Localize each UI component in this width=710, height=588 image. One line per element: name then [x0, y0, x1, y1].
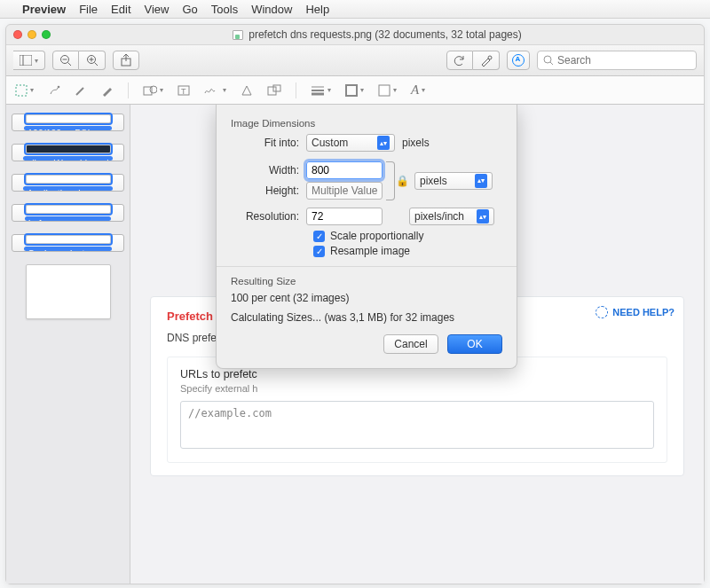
- draw-tool[interactable]: [75, 84, 87, 97]
- search-field[interactable]: [537, 51, 697, 70]
- zoom-out-button[interactable]: [52, 51, 79, 70]
- adjust-size-tool[interactable]: [267, 84, 281, 97]
- svg-text:T: T: [181, 87, 186, 96]
- link-bracket: [386, 161, 395, 200]
- fit-into-suffix: pixels: [402, 137, 430, 149]
- fit-into-label: Fit into:: [231, 137, 306, 149]
- svg-line-13: [550, 62, 553, 65]
- cancel-button[interactable]: Cancel: [383, 334, 438, 354]
- fill-color-tool[interactable]: ▾: [378, 84, 397, 97]
- thumbnail-item[interactable]: Applicati...oring.png: [12, 174, 124, 192]
- thumbnail-label: 100/100...- PSI.png: [24, 126, 111, 131]
- menu-help[interactable]: Help: [305, 3, 329, 16]
- thumbnail-sidebar[interactable]: 100/100...- PSI.png all my W...ashboard …: [6, 105, 130, 584]
- thumbnail-image: [26, 264, 111, 319]
- toolbar-separator: [128, 82, 129, 98]
- zoom-in-button[interactable]: [79, 51, 106, 70]
- thumbnail-item[interactable]: 100/100...- PSI.png: [12, 114, 124, 131]
- menu-file[interactable]: File: [79, 3, 98, 16]
- system-menubar: Preview File Edit View Go Tools Window H…: [0, 0, 710, 19]
- thumbnail-item[interactable]: all my W...ashboard: [12, 144, 124, 161]
- svg-rect-14: [16, 85, 27, 96]
- view-mode-group: ▾: [13, 51, 45, 70]
- thumbnail-item[interactable]: [12, 264, 124, 319]
- sidebar-toggle-button[interactable]: ▾: [13, 51, 45, 70]
- adjust-color-tool[interactable]: [241, 84, 253, 97]
- main-toolbar: ▾: [6, 44, 704, 76]
- edit-group: [446, 51, 500, 70]
- svg-point-15: [58, 85, 60, 88]
- svg-point-12: [544, 56, 551, 63]
- menu-window[interactable]: Window: [251, 3, 292, 16]
- svg-line-3: [68, 63, 72, 67]
- app-menu[interactable]: Preview: [22, 3, 66, 16]
- dimension-unit-select[interactable]: pixels ▴▾: [414, 172, 493, 190]
- scale-proportionally-checkbox[interactable]: ✓ Scale proportionally: [313, 230, 502, 242]
- minimize-window-button[interactable]: [28, 30, 36, 39]
- document-proxy-icon[interactable]: [233, 30, 243, 40]
- width-input[interactable]: [306, 161, 383, 179]
- shapes-tool[interactable]: ▾: [143, 84, 163, 97]
- urls-textarea[interactable]: //example.com: [180, 401, 654, 449]
- preview-window: prefetch dns requests.png (32 documents,…: [5, 24, 705, 584]
- canvas-area: NEED HELP? Prefetch DNS Re DNS prefetchi…: [130, 105, 704, 584]
- fit-into-value: Custom: [312, 137, 348, 149]
- sign-tool[interactable]: ▾: [204, 84, 226, 97]
- checkbox-checked-icon: ✓: [313, 231, 325, 242]
- thumbnail-image: [26, 175, 111, 184]
- svg-rect-26: [346, 85, 357, 96]
- titlebar: prefetch dns requests.png (32 documents,…: [6, 25, 704, 44]
- need-help-link[interactable]: NEED HELP?: [596, 306, 674, 318]
- svg-line-6: [94, 63, 98, 67]
- markup-toggle-button[interactable]: [473, 51, 500, 70]
- resample-image-checkbox[interactable]: ✓ Resample image: [313, 245, 502, 257]
- instant-alpha-tool[interactable]: [48, 84, 60, 97]
- line-style-tool[interactable]: ▾: [311, 85, 331, 96]
- menu-view[interactable]: View: [145, 3, 170, 16]
- selection-tool[interactable]: ▾: [15, 84, 34, 97]
- close-window-button[interactable]: [13, 30, 22, 39]
- select-stepper-icon: ▴▾: [377, 136, 390, 150]
- rotate-button[interactable]: [446, 51, 473, 70]
- share-button[interactable]: [113, 51, 139, 70]
- dialog-separator: [217, 266, 517, 267]
- thumbnail-item[interactable]: Cache o...insta.png: [12, 234, 124, 252]
- thumbnail-image: [26, 235, 111, 244]
- menu-tools[interactable]: Tools: [211, 3, 238, 16]
- resulting-size-line2: Calculating Sizes... (was 3,1 MB) for 32…: [231, 311, 502, 324]
- thumbnail-image: [26, 145, 111, 153]
- resolution-input[interactable]: [306, 208, 383, 225]
- fit-into-select[interactable]: Custom ▴▾: [306, 134, 395, 152]
- field-hint: Specify external h: [180, 383, 654, 394]
- toolbar-separator: [296, 82, 296, 98]
- traffic-lights: [13, 30, 51, 39]
- adjust-size-dialog: Image Dimensions Fit into: Custom ▴▾ pix…: [216, 105, 517, 369]
- text-tool[interactable]: T: [178, 84, 190, 97]
- window-body: 100/100...- PSI.png all my W...ashboard …: [6, 105, 704, 584]
- select-stepper-icon: ▴▾: [477, 209, 489, 223]
- search-icon: [543, 55, 553, 66]
- width-label: Width:: [231, 164, 306, 176]
- thumbnail-image: [26, 114, 111, 123]
- text-style-tool[interactable]: A▾: [411, 82, 425, 98]
- zoom-group: [52, 51, 106, 70]
- menu-edit[interactable]: Edit: [111, 3, 130, 16]
- field-label: URLs to prefetc: [180, 368, 654, 380]
- thumbnail-item[interactable]: before v...ance.png: [12, 204, 124, 222]
- height-input[interactable]: [306, 182, 383, 200]
- zoom-window-button[interactable]: [42, 30, 51, 39]
- svg-rect-27: [379, 85, 390, 96]
- resolution-unit-select[interactable]: pixels/inch ▴▾: [409, 208, 494, 225]
- need-help-label: NEED HELP?: [612, 307, 674, 318]
- sketch-tool[interactable]: [101, 84, 114, 97]
- thumbnail-label: Cache o...insta.png: [24, 247, 111, 252]
- annotations-button[interactable]: [507, 51, 530, 70]
- search-input[interactable]: [557, 54, 690, 67]
- ok-button[interactable]: OK: [447, 334, 502, 354]
- svg-rect-22: [273, 85, 280, 91]
- menu-go[interactable]: Go: [182, 3, 197, 16]
- lock-aspect-icon[interactable]: 🔒: [395, 169, 409, 192]
- annotation-icon: [512, 54, 525, 67]
- svg-marker-20: [242, 86, 251, 95]
- stroke-color-tool[interactable]: ▾: [345, 84, 364, 97]
